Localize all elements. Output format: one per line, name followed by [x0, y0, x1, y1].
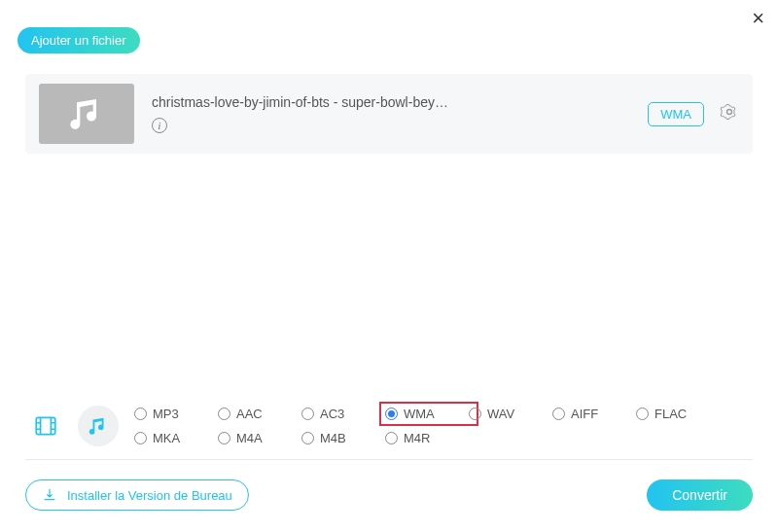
file-row: christmas-love-by-jimin-of-bts - super-b…: [25, 74, 753, 154]
radio-circle: [385, 432, 398, 444]
formats-bar: MP3AACAC3WMAWAVAIFFFLACMKAM4AM4BM4R: [25, 401, 753, 446]
radio-circle: [218, 408, 230, 420]
format-radio-mka[interactable]: MKA: [134, 431, 218, 445]
gear-icon[interactable]: [720, 102, 739, 125]
file-title: christmas-love-by-jimin-of-bts - super-b…: [152, 94, 630, 110]
radio-circle: [218, 432, 230, 444]
music-icon: [88, 415, 109, 437]
format-label: WAV: [487, 407, 514, 421]
close-icon[interactable]: ×: [752, 8, 764, 29]
film-icon: [33, 413, 58, 439]
divider: [25, 459, 753, 460]
radio-circle: [385, 408, 398, 420]
format-radio-m4r[interactable]: M4R: [385, 431, 469, 445]
music-note-icon: [67, 94, 106, 133]
file-format-badge[interactable]: WMA: [648, 102, 704, 126]
convert-label: Convertir: [672, 487, 727, 503]
video-mode-button[interactable]: [25, 406, 66, 446]
format-label: MKA: [153, 431, 180, 445]
convert-button[interactable]: Convertir: [647, 479, 753, 511]
format-label: M4B: [320, 431, 346, 445]
format-label: M4R: [404, 431, 430, 445]
file-format-label: WMA: [660, 107, 691, 122]
radio-circle: [636, 408, 649, 420]
audio-thumbnail: [39, 84, 134, 144]
radio-circle: [301, 408, 314, 420]
add-file-label: Ajouter un fichier: [31, 33, 126, 48]
format-label: MP3: [153, 407, 179, 421]
download-icon: [42, 487, 57, 503]
radio-circle: [469, 408, 481, 420]
install-desktop-label: Installer la Version de Bureau: [67, 488, 232, 503]
format-label: M4A: [236, 431, 263, 445]
format-radio-flac[interactable]: FLAC: [636, 407, 720, 421]
format-label: AC3: [320, 407, 344, 421]
radio-circle: [301, 432, 314, 444]
add-file-button[interactable]: Ajouter un fichier: [18, 27, 140, 53]
format-radio-ac3[interactable]: AC3: [301, 407, 385, 421]
format-radio-wav[interactable]: WAV: [469, 407, 552, 421]
radio-circle: [134, 432, 147, 444]
format-radio-m4b[interactable]: M4B: [301, 431, 385, 445]
install-desktop-button[interactable]: Installer la Version de Bureau: [25, 479, 249, 511]
format-label: FLAC: [654, 407, 687, 421]
format-radio-m4a[interactable]: M4A: [218, 431, 301, 445]
file-meta: christmas-love-by-jimin-of-bts - super-b…: [152, 94, 630, 133]
format-radio-mp3[interactable]: MP3: [134, 407, 218, 421]
format-label: AIFF: [571, 407, 598, 421]
format-radio-aiff[interactable]: AIFF: [552, 407, 636, 421]
format-radio-grid: MP3AACAC3WMAWAVAIFFFLACMKAM4AM4BM4R: [134, 407, 720, 445]
format-label: AAC: [236, 407, 263, 421]
format-radio-aac[interactable]: AAC: [218, 407, 301, 421]
format-label: WMA: [404, 407, 435, 421]
bottom-bar: Installer la Version de Bureau Convertir: [25, 479, 753, 511]
format-radio-wma[interactable]: WMA: [379, 402, 478, 426]
svg-point-0: [727, 110, 732, 115]
svg-rect-1: [36, 417, 55, 434]
radio-circle: [134, 408, 147, 420]
info-icon[interactable]: i: [152, 118, 167, 133]
audio-mode-button[interactable]: [78, 406, 119, 446]
radio-circle: [552, 408, 565, 420]
